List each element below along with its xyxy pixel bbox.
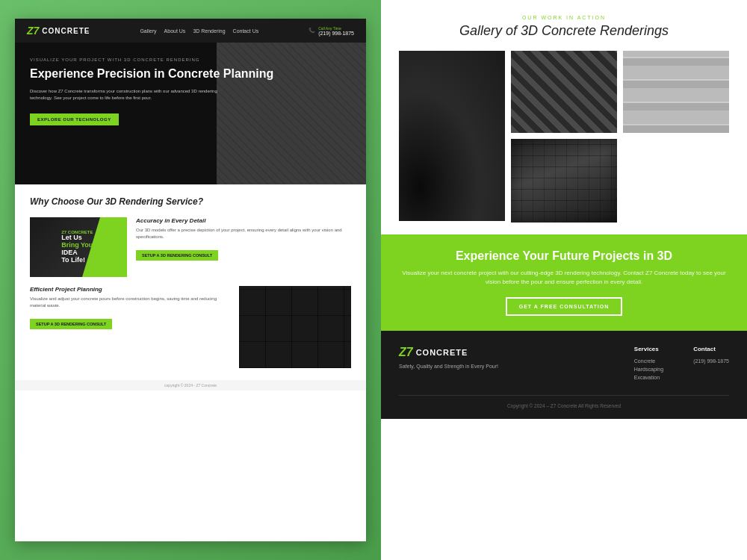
feature-1-desc: Our 3D models offer a precise depiction … bbox=[136, 227, 351, 240]
feature-image-1: Z7 CONCRETE Let UsBring YourIDEATo Life! bbox=[30, 217, 127, 277]
gallery-section: OUR WORK IN ACTION Gallery of 3D Concret… bbox=[381, 0, 747, 234]
feature-row-2: Efficient Project Planning Visualize and… bbox=[30, 286, 351, 368]
gallery-item-3 bbox=[623, 51, 729, 133]
footer-brand: Z7 CONCRETE Safety, Quality and Strength… bbox=[399, 346, 498, 383]
footer-contact-col: Contact (219) 998-1875 bbox=[693, 346, 729, 383]
footer-tagline: Safety, Quality and Strength in Every Po… bbox=[399, 364, 498, 369]
gallery-label: OUR WORK IN ACTION bbox=[399, 15, 729, 20]
logo-text: CONCRETE bbox=[42, 27, 90, 35]
right-panel[interactable]: OUR WORK IN ACTION Gallery of 3D Concret… bbox=[381, 0, 747, 560]
hero-section: VISUALIZE YOUR PROJECT WITH 3D CONCRETE … bbox=[15, 43, 366, 184]
footer-top: Z7 CONCRETE Safety, Quality and Strength… bbox=[399, 346, 729, 383]
left-panel: Z7 CONCRETE Gallery About Us 3D Renderin… bbox=[0, 0, 381, 560]
explore-button[interactable]: EXPLORE OUR TECHNOLOGY bbox=[30, 113, 119, 125]
service-item-3[interactable]: Excavation bbox=[634, 375, 663, 380]
why-title: Why Choose Our 3D Rendering Service? bbox=[30, 196, 351, 207]
footer-columns: Services Concrete Hardscaping Excavation… bbox=[634, 346, 729, 383]
feature-2-desc: Visualize and adjust your concrete pours… bbox=[30, 296, 230, 309]
hero-subtitle: VISUALIZE YOUR PROJECT WITH 3D CONCRETE … bbox=[30, 57, 351, 62]
nav-links: Gallery About Us 3D Rendering Contact Us bbox=[140, 28, 258, 34]
cta-title: Experience Your Future Projects in 3D bbox=[399, 249, 729, 263]
phone-icon: 📞 bbox=[309, 28, 315, 34]
nav-link-rendering[interactable]: 3D Rendering bbox=[193, 28, 225, 34]
footer-logo-text: CONCRETE bbox=[416, 348, 468, 357]
hero-description: Discover how Z7 Concrete transforms your… bbox=[30, 88, 224, 102]
feature-1-cta[interactable]: SETUP A 3D RENDERING CONSULT bbox=[136, 250, 218, 261]
feature-text-2: Efficient Project Planning Visualize and… bbox=[30, 286, 230, 329]
gallery-item-2 bbox=[511, 51, 617, 133]
site-footer: Z7 CONCRETE Safety, Quality and Strength… bbox=[381, 331, 747, 419]
hero-title: Experience Precision in Concrete Plannin… bbox=[30, 66, 351, 81]
nav-link-about[interactable]: About Us bbox=[164, 28, 186, 34]
service-item-1[interactable]: Concrete bbox=[634, 358, 663, 364]
footer-phone[interactable]: (219) 998-1875 bbox=[693, 358, 729, 364]
nav-logo: Z7 CONCRETE bbox=[27, 25, 90, 37]
nav-contact: 📞 Call Any Time (219) 998-1875 bbox=[309, 26, 354, 36]
cta-description: Visualize your next concrete project wit… bbox=[399, 269, 729, 287]
feature-2-title: Efficient Project Planning bbox=[30, 286, 230, 293]
nav-link-contact[interactable]: Contact Us bbox=[233, 28, 259, 34]
logo-icon: Z7 bbox=[27, 25, 39, 37]
footer-copyright: Copyright © 2024 – Z7 Concrete All Right… bbox=[399, 395, 729, 408]
footer-logo-icon: Z7 bbox=[399, 346, 413, 359]
gallery-grid bbox=[399, 51, 729, 223]
feature-2-cta[interactable]: SETUP A 3D RENDERING CONSULT bbox=[30, 319, 112, 329]
gallery-item-4 bbox=[511, 139, 617, 223]
cta-section: Experience Your Future Projects in 3D Vi… bbox=[381, 234, 747, 331]
services-title: Services bbox=[634, 346, 663, 352]
footer-logo: Z7 CONCRETE bbox=[399, 346, 498, 359]
feature-text-1: Accuracy in Every Detail Our 3D models o… bbox=[136, 217, 351, 261]
nav-link-gallery[interactable]: Gallery bbox=[140, 28, 156, 34]
service-item-2[interactable]: Hardscaping bbox=[634, 367, 663, 372]
left-footer-note: copyright © 2024 - Z7 Concrete bbox=[15, 380, 366, 391]
gallery-item-1 bbox=[399, 51, 505, 221]
feature-row-1: Z7 CONCRETE Let UsBring YourIDEATo Life!… bbox=[30, 217, 351, 277]
contact-title: Contact bbox=[693, 346, 729, 352]
footer-services-col: Services Concrete Hardscaping Excavation bbox=[634, 346, 663, 383]
nav-phone: (219) 998-1875 bbox=[318, 31, 354, 36]
gallery-title: Gallery of 3D Concrete Renderings bbox=[399, 23, 729, 39]
concrete-photo bbox=[239, 286, 351, 368]
left-website: Z7 CONCRETE Gallery About Us 3D Renderin… bbox=[15, 19, 366, 541]
feature-1-title: Accuracy in Every Detail bbox=[136, 217, 351, 224]
cta-button[interactable]: GET A FREE CONSULTATION bbox=[506, 297, 622, 316]
why-section: Why Choose Our 3D Rendering Service? Z7 … bbox=[15, 184, 366, 380]
navigation: Z7 CONCRETE Gallery About Us 3D Renderin… bbox=[15, 19, 366, 43]
